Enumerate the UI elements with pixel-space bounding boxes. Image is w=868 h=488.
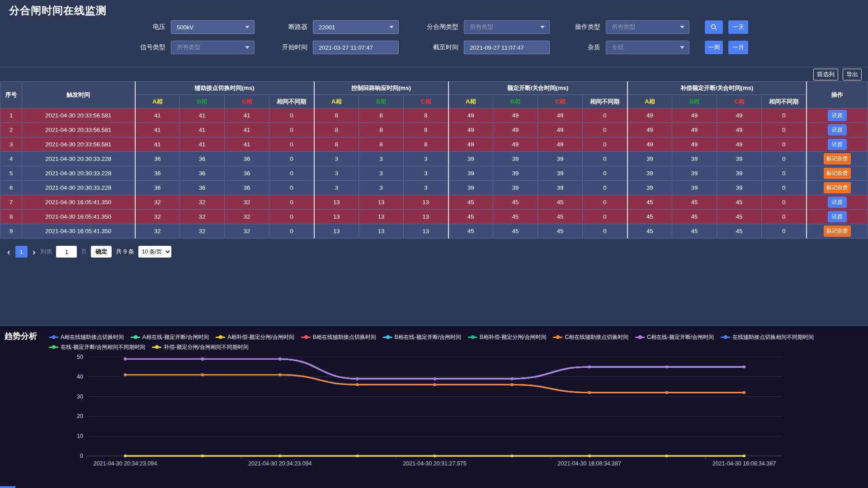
cell-value: 45 [627,224,672,239]
cell-value: 3 [314,181,359,195]
legend-marker-icon [553,337,562,338]
voltage-label: 电压 [122,23,165,31]
svg-text:2021-04-30 20:34:23.094: 2021-04-30 20:34:23.094 [248,460,311,467]
col-phase: B相 [493,95,538,108]
col-trigger-time: 触发时间 [22,82,135,108]
page-number-active[interactable]: 1 [15,246,28,258]
cell-value: 8 [314,123,359,137]
cell-value: 32 [180,210,225,224]
search-button[interactable] [705,20,723,34]
goto-page-input[interactable] [56,246,77,258]
cell-value: 39 [717,166,762,181]
cell-value: 49 [672,137,717,152]
one-week-button[interactable]: 一周 [705,41,723,54]
prev-page-button[interactable]: ‹ [6,247,11,256]
chevron-down-icon [680,26,684,28]
search-icon [710,23,717,31]
cell-trigger-time: 2021-04-30 20:33:56.581 [22,137,135,152]
cell-action: 还原 [807,108,868,123]
cell-value: 45 [448,224,493,239]
svg-text:2021-04-30 20:34:23.094: 2021-04-30 20:34:23.094 [94,460,157,467]
signal-select[interactable]: 所有类型 [171,41,255,54]
filter-columns-button[interactable]: 筛选列 [813,69,838,80]
cell-value: 39 [627,152,672,166]
monitor-table-panel: 筛选列 导出 序号触发时间辅助接点切换时间(ms)控制回路响应时间(ms)额定开… [0,67,868,239]
restore-button[interactable]: 还原 [828,211,847,222]
cell-value: 39 [717,152,762,166]
cell-value: 0 [269,181,314,195]
trend-chart[interactable]: 010203040502021-04-30 20:34:23.0942021-0… [0,339,868,488]
mark-impurity-button[interactable]: 标记杂质 [824,153,851,164]
impurity-select[interactable]: 全部 [606,41,689,54]
svg-text:2021-04-30 16:08:34.387: 2021-04-30 16:08:34.387 [712,460,776,467]
table-row: 82021-04-30 16:05:41.3503232320131313454… [0,210,868,224]
next-page-button[interactable]: › [32,247,37,256]
cell-value: 45 [493,195,538,210]
svg-text:30: 30 [77,394,83,400]
cell-value: 8 [359,137,404,152]
cell-value: 45 [538,195,583,210]
cell-value: 39 [717,181,762,195]
cell-value: 45 [493,224,538,239]
cell-value: 45 [717,210,762,224]
legend-marker-icon [468,337,477,338]
one-day-button[interactable]: 一天 [728,20,748,34]
export-button[interactable]: 导出 [843,69,862,80]
voltage-select[interactable]: 500kV [171,20,255,34]
op-class-select[interactable]: 所有类型 [464,20,550,34]
col-phase: A相 [314,95,359,108]
cell-value: 41 [135,137,180,152]
cell-value: 49 [627,123,672,137]
mark-impurity-button[interactable]: 标记杂质 [824,168,851,179]
page-size-select[interactable]: 10 条/页 [138,246,171,258]
table-row: 42021-04-30 20:30:33.2283636360333393939… [0,152,868,166]
restore-button[interactable]: 还原 [828,124,847,136]
cell-value: 49 [717,137,762,152]
cell-value: 3 [359,181,404,195]
horizontal-scrollbar-thumb[interactable] [0,486,15,488]
mark-impurity-button[interactable]: 标记杂质 [824,182,851,193]
cell-value: 0 [762,166,807,181]
mark-impurity-button[interactable]: 标记杂质 [824,225,851,237]
cell-value: 0 [583,181,627,195]
cell-value: 39 [538,152,583,166]
confirm-button[interactable]: 确定 [91,246,112,258]
cell-seq: 1 [0,108,22,123]
col-phase: B相 [359,95,404,108]
cell-value: 0 [762,224,807,239]
cell-value: 8 [314,108,359,123]
cell-value: 36 [135,166,180,181]
cell-value: 32 [135,195,180,210]
restore-button[interactable]: 还原 [828,197,847,208]
breaker-select[interactable]: 22001 [313,20,399,34]
cell-value: 45 [672,195,717,210]
start-time-input[interactable]: 2021-03-27 11:07:47 [313,41,399,54]
chevron-down-icon [245,26,250,28]
end-time-input[interactable]: 2021-09-27 11:07:47 [464,41,550,54]
col-group: 额定开断/关合时间(ms) [448,82,627,95]
cell-value: 45 [627,195,672,210]
chevron-down-icon [540,26,545,28]
cell-value: 49 [627,137,672,152]
cell-value: 13 [314,195,359,210]
cell-value: 41 [225,123,269,137]
cell-value: 32 [225,210,269,224]
filter-bar: 电压 500kV 断路器 22001 分合闸类型 所有类型 操作类型 所有类型 … [122,20,748,54]
restore-button[interactable]: 还原 [828,139,847,150]
one-month-button[interactable]: 一月 [728,41,748,54]
cell-value: 0 [762,210,807,224]
cell-value: 0 [762,137,807,152]
restore-button[interactable]: 还原 [828,110,847,121]
cell-value: 3 [314,166,359,181]
total-count-label: 共 9 条 [116,248,134,256]
cell-value: 0 [583,137,627,152]
cell-value: 41 [180,123,225,137]
cell-value: 39 [538,166,583,181]
op-type-select[interactable]: 所有类型 [606,20,689,34]
svg-text:50: 50 [77,354,83,360]
cell-value: 3 [404,166,448,181]
cell-value: 0 [762,123,807,137]
table-row: 52021-04-30 20:30:33.2283636360333393939… [0,166,868,181]
cell-trigger-time: 2021-04-30 20:30:33.228 [22,166,135,181]
col-phase: 相间不同期 [583,95,627,108]
